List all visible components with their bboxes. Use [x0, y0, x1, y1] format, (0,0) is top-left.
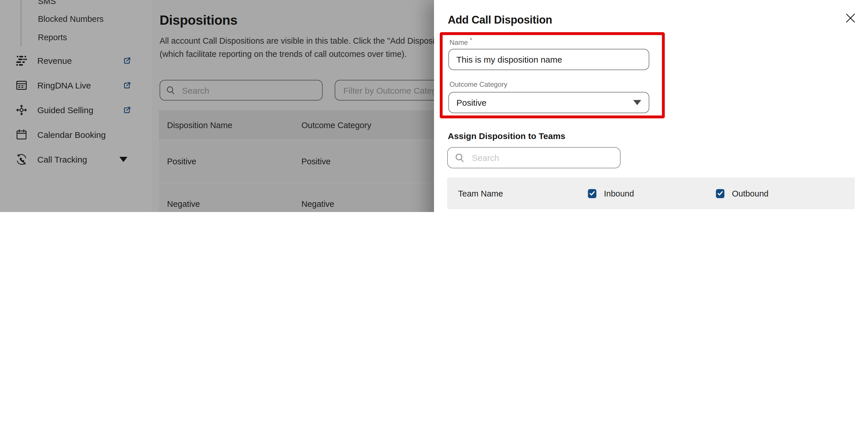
checkmark-icon — [717, 190, 723, 197]
team-search-input[interactable] — [471, 152, 597, 163]
team-name-header: Team Name — [447, 189, 588, 198]
search-icon — [455, 152, 465, 163]
modal-title: Add Call Disposition — [448, 14, 552, 26]
inbound-header-label: Inbound — [604, 189, 634, 198]
close-icon — [845, 12, 856, 23]
inbound-select-all-checkbox[interactable] — [588, 189, 596, 198]
outbound-select-all-checkbox[interactable] — [716, 189, 724, 198]
app-root: SMS Blocked Numbers Reports Revenue — [0, 0, 868, 212]
team-row: ACME QA Team — [447, 209, 855, 212]
modal-backdrop[interactable] — [0, 0, 434, 212]
assign-teams-heading: Assign Disposition to Teams — [448, 131, 565, 141]
outbound-header-label: Outbound — [732, 189, 768, 198]
teams-table-header: Team Name Inbound Outbound — [447, 177, 855, 209]
checkmark-icon — [589, 190, 595, 197]
close-button[interactable] — [844, 12, 856, 24]
outcome-category-label: Outcome Category — [450, 80, 507, 88]
add-call-disposition-modal: Add Call Disposition Name * Outcome Cate… — [434, 0, 868, 212]
disposition-name-input[interactable] — [448, 49, 649, 70]
outcome-category-select[interactable]: Positive — [448, 92, 649, 113]
outcome-category-value: Positive — [456, 98, 487, 108]
team-search[interactable] — [447, 147, 621, 168]
teams-table: Team Name Inbound Outbound ACME QA Team — [447, 177, 855, 212]
chevron-down-icon — [633, 100, 641, 105]
name-field-label: Name * — [450, 37, 472, 47]
